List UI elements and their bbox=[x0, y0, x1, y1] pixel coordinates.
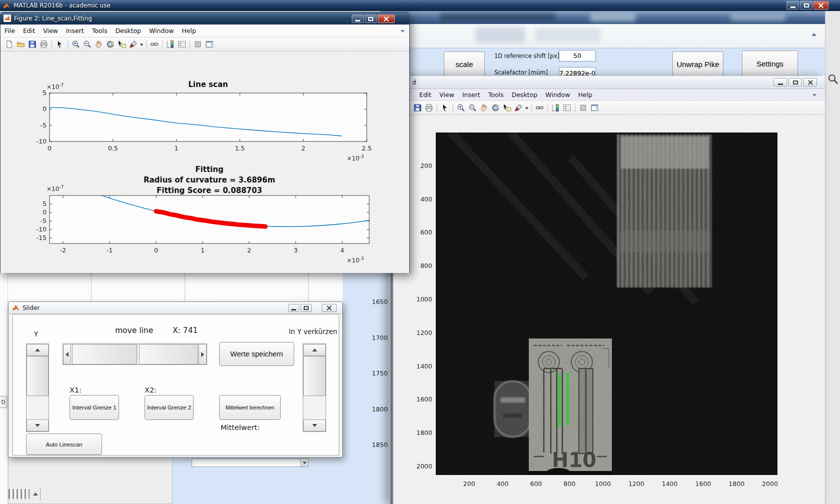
interval-grenze-2-button[interactable]: Interval Grenze 2 bbox=[145, 395, 194, 420]
figure-right-titlebar[interactable]: d bbox=[393, 76, 825, 89]
print-icon[interactable] bbox=[38, 38, 50, 50]
statusbar-expand-icon[interactable] bbox=[33, 492, 38, 496]
open-folder-icon[interactable] bbox=[15, 38, 27, 50]
interval-grenze-1-button[interactable]: Interval Grenze 1 bbox=[70, 395, 119, 420]
sidebar-tab-d[interactable]: D bbox=[0, 396, 7, 408]
slider-left-button[interactable] bbox=[63, 344, 71, 364]
maximize-button[interactable] bbox=[365, 14, 377, 23]
figure2-titlebar[interactable]: Figure 2: Line_scan,Fitting bbox=[1, 12, 409, 24]
fitting-subtitle-score: Fitting Score = 0.088703 bbox=[50, 186, 369, 195]
menu-edit[interactable]: Edit bbox=[19, 27, 39, 34]
pointer-icon[interactable] bbox=[439, 102, 451, 114]
print-icon[interactable] bbox=[423, 102, 435, 114]
slider-down-button[interactable] bbox=[303, 420, 326, 432]
mittelwert-berechnen-button[interactable]: Mittelwert berechnen bbox=[219, 395, 281, 420]
zoom-in-icon[interactable] bbox=[455, 102, 467, 114]
maximize-button[interactable] bbox=[800, 1, 812, 10]
plot-tools-off-icon[interactable] bbox=[577, 102, 589, 114]
in-y-slider[interactable] bbox=[303, 344, 326, 432]
plot-tools-off-icon[interactable] bbox=[192, 38, 204, 50]
toolstrip-collapse-icon[interactable] bbox=[811, 33, 816, 36]
close-button[interactable] bbox=[322, 304, 337, 312]
menu-desktop[interactable]: Desktop bbox=[508, 91, 542, 98]
menu-desktop[interactable]: Desktop bbox=[111, 27, 145, 34]
slider-thumb[interactable] bbox=[303, 356, 326, 396]
slider-down-button[interactable] bbox=[27, 420, 49, 432]
menu-view[interactable]: View bbox=[435, 91, 458, 98]
desktop-right-column bbox=[825, 11, 840, 504]
insert-legend-icon[interactable] bbox=[176, 38, 188, 50]
maximize-button[interactable] bbox=[788, 78, 802, 86]
menubar-chevron-icon[interactable] bbox=[812, 94, 816, 96]
plot-tools-on-icon[interactable] bbox=[589, 102, 600, 114]
y-slider[interactable] bbox=[26, 344, 49, 432]
slider-up-button[interactable] bbox=[303, 344, 326, 356]
pan-hand-icon[interactable] bbox=[93, 38, 105, 50]
pan-hand-icon[interactable] bbox=[478, 102, 490, 114]
insert-colorbar-icon[interactable] bbox=[165, 38, 176, 50]
data-cursor-icon[interactable] bbox=[501, 102, 513, 114]
plot-tools-on-icon[interactable] bbox=[204, 38, 215, 50]
toolbar-separator bbox=[453, 104, 453, 112]
menu-view[interactable]: View bbox=[39, 27, 62, 34]
menu-edit[interactable]: Edit bbox=[415, 91, 435, 98]
close-button[interactable] bbox=[813, 1, 828, 10]
settings-button[interactable]: Settings bbox=[742, 50, 798, 76]
unwrap-pike-button[interactable]: Unwrap Pike bbox=[672, 52, 723, 77]
slider-up-button[interactable] bbox=[27, 344, 49, 356]
move-line-slider[interactable] bbox=[63, 344, 207, 365]
close-button[interactable] bbox=[803, 78, 817, 86]
insert-legend-icon[interactable] bbox=[561, 102, 573, 114]
zoom-out-icon[interactable] bbox=[82, 38, 93, 50]
menu-window[interactable]: Window bbox=[145, 27, 178, 34]
close-button[interactable] bbox=[378, 14, 395, 23]
menu-insert[interactable]: Insert bbox=[458, 91, 484, 98]
werte-speichern-button[interactable]: Werte speichern bbox=[219, 342, 294, 366]
menu-tools[interactable]: Tools bbox=[88, 27, 112, 34]
minimize-button[interactable] bbox=[786, 1, 799, 10]
auto-linescan-button[interactable]: Auto Linescan bbox=[26, 434, 102, 455]
menu-file[interactable]: File bbox=[1, 27, 19, 34]
zoom-out-icon[interactable] bbox=[467, 102, 478, 114]
slider-right-button[interactable] bbox=[199, 344, 207, 364]
menu-window[interactable]: Window bbox=[541, 91, 574, 98]
save-icon[interactable] bbox=[27, 38, 38, 50]
panel-divider bbox=[185, 273, 185, 304]
minimize-button[interactable] bbox=[288, 304, 299, 312]
new-document-icon[interactable] bbox=[4, 38, 15, 50]
rotate-3d-icon[interactable] bbox=[105, 38, 116, 50]
link-plots-icon[interactable] bbox=[149, 38, 160, 50]
menu-tools[interactable]: Tools bbox=[484, 91, 508, 98]
y-tick-label: -5 bbox=[27, 217, 47, 224]
slider-thumb[interactable] bbox=[27, 356, 49, 396]
dropdown-caret-icon[interactable] bbox=[524, 102, 529, 114]
data-cursor-icon[interactable] bbox=[116, 38, 128, 50]
brush-icon[interactable] bbox=[128, 38, 139, 50]
menu-help[interactable]: Help bbox=[178, 27, 200, 34]
ref-shift-input[interactable] bbox=[559, 50, 596, 62]
matlab-logo-icon bbox=[3, 2, 11, 10]
statusbar-grip[interactable] bbox=[9, 489, 30, 499]
minimize-button[interactable] bbox=[352, 14, 364, 23]
pointer-icon[interactable] bbox=[54, 38, 66, 50]
scale-button[interactable]: scale bbox=[444, 52, 485, 77]
menubar-chevron-icon[interactable] bbox=[401, 30, 405, 32]
link-plots-icon[interactable] bbox=[534, 102, 545, 114]
minimize-button[interactable] bbox=[773, 78, 787, 86]
slider-thumb[interactable] bbox=[139, 344, 198, 364]
maximize-button[interactable] bbox=[301, 304, 312, 312]
dropdown-caret-icon[interactable] bbox=[139, 38, 144, 50]
zoom-in-icon[interactable] bbox=[70, 38, 82, 50]
background-dropdown[interactable] bbox=[192, 458, 309, 467]
slider-thumb[interactable] bbox=[72, 344, 137, 364]
slider-titlebar[interactable]: Slider bbox=[9, 302, 342, 314]
save-icon[interactable] bbox=[412, 102, 423, 114]
dropdown-arrow-button[interactable] bbox=[300, 459, 308, 466]
scan-image[interactable]: H10 bbox=[436, 132, 777, 475]
menu-insert[interactable]: Insert bbox=[62, 27, 88, 34]
menu-help[interactable]: Help bbox=[574, 91, 596, 98]
brush-icon[interactable] bbox=[513, 102, 524, 114]
search-icon[interactable] bbox=[827, 73, 839, 85]
insert-colorbar-icon[interactable] bbox=[550, 102, 561, 114]
rotate-3d-icon[interactable] bbox=[490, 102, 501, 114]
